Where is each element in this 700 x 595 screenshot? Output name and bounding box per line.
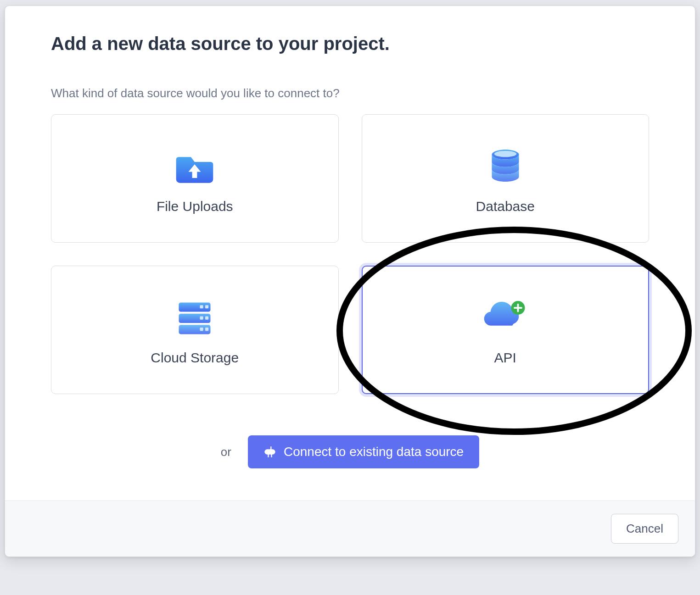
cloud-api-icon (482, 294, 528, 340)
svg-point-1 (494, 151, 516, 157)
plug-icon (263, 445, 276, 458)
modal-title: Add a new data source to your project. (51, 33, 649, 54)
option-database[interactable]: Database (362, 114, 650, 243)
modal-subtitle: What kind of data source would you like … (51, 86, 649, 100)
option-label: API (494, 350, 516, 366)
database-icon (482, 143, 528, 189)
modal-footer: Cancel (5, 500, 695, 556)
cancel-button[interactable]: Cancel (611, 514, 678, 544)
option-label: Cloud Storage (151, 350, 239, 366)
cloud-storage-icon (172, 294, 218, 340)
svg-rect-7 (200, 317, 203, 320)
option-api[interactable]: API (362, 266, 650, 394)
option-cloud-storage[interactable]: Cloud Storage (51, 266, 339, 394)
add-data-source-modal: Add a new data source to your project. W… (5, 6, 695, 557)
svg-rect-6 (205, 305, 208, 308)
connect-existing-button[interactable]: Connect to existing data source (248, 435, 479, 468)
svg-rect-9 (200, 328, 203, 331)
file-upload-icon (172, 143, 218, 189)
modal-backdrop: Add a new data source to your project. W… (0, 0, 700, 595)
or-row: or Connect to existing data source (51, 435, 649, 468)
option-file-uploads[interactable]: File Uploads (51, 114, 339, 243)
svg-rect-10 (205, 328, 208, 331)
or-label: or (221, 445, 231, 459)
data-source-options-grid: File Uploads (51, 114, 649, 394)
modal-body: Add a new data source to your project. W… (5, 6, 695, 500)
svg-rect-5 (200, 305, 203, 308)
svg-rect-8 (205, 317, 208, 320)
connect-existing-label: Connect to existing data source (284, 445, 464, 459)
option-label: File Uploads (157, 199, 233, 214)
option-label: Database (476, 199, 535, 214)
